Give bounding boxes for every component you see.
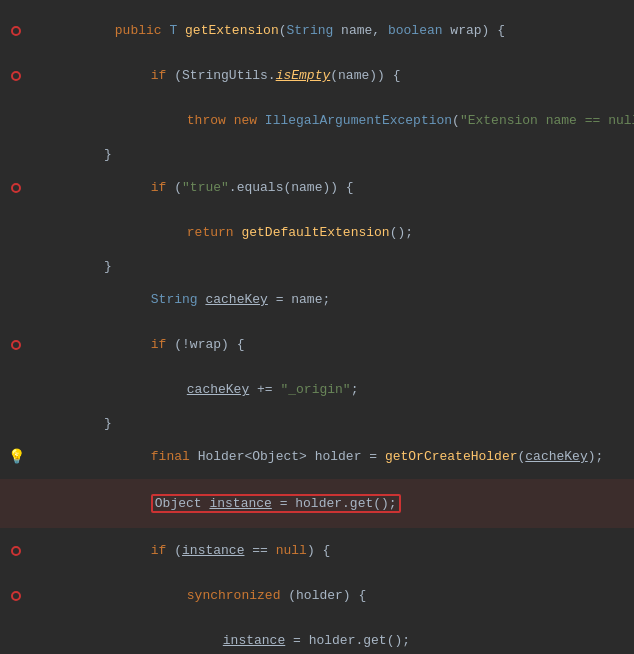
code-line-1: public T getExtension(String name, boole…	[0, 8, 634, 53]
line-content-5: if ("true".equals(name)) {	[32, 165, 634, 210]
gutter-12: 💡	[0, 448, 32, 465]
line-content-3: throw new IllegalArgumentException("Exte…	[32, 98, 634, 143]
line-content-11: }	[32, 416, 634, 431]
line-content-14: if (instance == null) {	[32, 528, 634, 573]
code-line-5: if ("true".equals(name)) {	[0, 165, 634, 210]
gutter-5	[0, 183, 32, 193]
code-line-11: }	[0, 412, 634, 434]
breakpoint-5[interactable]	[11, 183, 21, 193]
code-editor: public T getExtension(String name, boole…	[0, 0, 634, 654]
code-line-7: }	[0, 255, 634, 277]
code-line-6: return getDefaultExtension();	[0, 210, 634, 255]
line-content-7: }	[32, 259, 634, 274]
lamp-icon: 💡	[8, 448, 25, 465]
code-line-9: if (!wrap) {	[0, 322, 634, 367]
breakpoint-15[interactable]	[11, 591, 21, 601]
code-line-13: Object instance = holder.get();	[0, 479, 634, 528]
code-line-10: cacheKey += "_origin";	[0, 367, 634, 412]
gutter-9	[0, 340, 32, 350]
breakpoint-2[interactable]	[11, 71, 21, 81]
gutter-15	[0, 591, 32, 601]
code-line-4: }	[0, 143, 634, 165]
breakpoint-14[interactable]	[11, 546, 21, 556]
code-line-12: 💡 final Holder<Object> holder = getOrCre…	[0, 434, 634, 479]
line-content-15: synchronized (holder) {	[32, 573, 634, 618]
line-content-1: public T getExtension(String name, boole…	[32, 8, 634, 53]
gutter-14	[0, 546, 32, 556]
line-content-13: Object instance = holder.get();	[32, 479, 634, 528]
code-line-2: if (StringUtils.isEmpty(name)) {	[0, 53, 634, 98]
line-content-6: return getDefaultExtension();	[32, 210, 634, 255]
line-content-2: if (StringUtils.isEmpty(name)) {	[32, 53, 634, 98]
line-content-12: final Holder<Object> holder = getOrCreat…	[32, 434, 634, 479]
code-line-8: String cacheKey = name;	[0, 277, 634, 322]
code-line-14: if (instance == null) {	[0, 528, 634, 573]
code-line-15: synchronized (holder) {	[0, 573, 634, 618]
line-content-9: if (!wrap) {	[32, 322, 634, 367]
line-content-10: cacheKey += "_origin";	[32, 367, 634, 412]
line-content-8: String cacheKey = name;	[32, 277, 634, 322]
code-line-16: instance = holder.get();	[0, 618, 634, 654]
line-content-4: }	[32, 147, 634, 162]
gutter-2	[0, 71, 32, 81]
gutter-1	[0, 26, 32, 36]
breakpoint-9[interactable]	[11, 340, 21, 350]
breakpoint-1[interactable]	[11, 26, 21, 36]
code-line-3: throw new IllegalArgumentException("Exte…	[0, 98, 634, 143]
line-content-16: instance = holder.get();	[32, 618, 634, 654]
